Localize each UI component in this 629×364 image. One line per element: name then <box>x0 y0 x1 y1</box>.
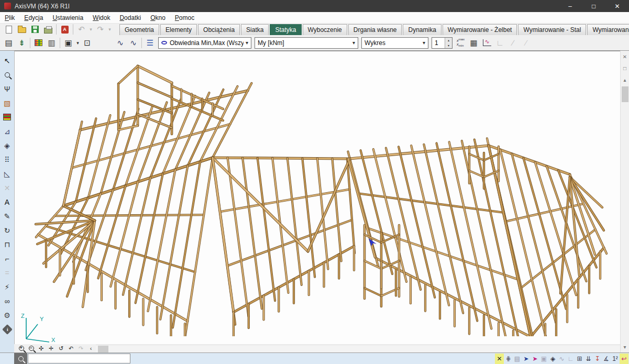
result-diagram-icon[interactable]: ∿ <box>480 37 493 49</box>
collapse-viewbar-icon[interactable]: ‹ <box>86 345 96 352</box>
selection-cursor-icon[interactable]: ↖ <box>1 53 14 68</box>
redo-dropdown-icon[interactable]: ▾ <box>107 23 113 36</box>
info-icon[interactable]: i <box>1 322 14 336</box>
layer-edit-icon[interactable]: ✎ <box>1 209 14 223</box>
tab-statyka[interactable]: Statyka <box>270 24 301 35</box>
new-file-button[interactable] <box>2 23 15 36</box>
menu-item-ustawienia[interactable]: Ustawienia <box>48 13 88 23</box>
workplane-toggle-icon[interactable]: ✕ <box>495 354 504 364</box>
previous-view-icon[interactable]: ↶ <box>66 345 76 352</box>
renumbering-icon[interactable]: ↻ <box>1 223 14 237</box>
zoom-out-icon[interactable]: − <box>26 345 36 352</box>
angle-snap-icon[interactable]: ∡ <box>602 354 611 364</box>
influence-line-icon[interactable]: ∟ <box>493 37 506 49</box>
scroll-up-icon[interactable]: ▴ <box>621 74 629 85</box>
color-coding-icon[interactable] <box>1 110 14 124</box>
tab-drgania-własne[interactable]: Drgania własne <box>348 24 402 35</box>
view-restore-button[interactable]: □ <box>621 62 629 74</box>
pdf-export-button[interactable]: A <box>58 23 71 36</box>
chevron-down-icon[interactable]: ▾ <box>423 40 425 46</box>
rendering-icon[interactable]: ⊡ <box>81 37 94 49</box>
cursor-step-toggle-icon[interactable]: ➤ <box>522 354 531 364</box>
menu-item-pomoc[interactable]: Pomoc <box>170 13 199 23</box>
pan-icon[interactable]: ✛ <box>46 345 56 352</box>
wrench-settings-icon[interactable]: ⚙ <box>1 308 14 322</box>
undo-button[interactable]: ↶ <box>75 23 88 36</box>
vertex-snap-toggle-icon[interactable]: ◈ <box>548 354 557 364</box>
menu-item-edycja[interactable]: Edycja <box>19 13 48 23</box>
color-coded-table-icon[interactable] <box>32 37 45 49</box>
rotate-view-icon[interactable]: ↺ <box>56 345 66 352</box>
table-browser-icon[interactable]: ▧ <box>1 96 14 110</box>
fit-view-icon[interactable]: ✣ <box>36 345 46 352</box>
scroll-down-icon[interactable]: ▾ <box>621 341 629 352</box>
tab-geometria[interactable]: Geometria <box>119 24 159 35</box>
component-combo[interactable]: My [kNm]▾ <box>255 37 358 49</box>
elevation-marker-icon[interactable]: ⇟ <box>15 37 28 49</box>
tab-obciążenia[interactable]: Obciążenia <box>198 24 240 35</box>
animation-icon[interactable]: ▦ <box>467 37 480 49</box>
local-system-toggle-icon[interactable]: ∟ <box>566 354 575 364</box>
close-button[interactable]: ✕ <box>605 0 629 12</box>
model-canvas[interactable]: ZYX <box>14 51 620 344</box>
polyline-toggle-icon[interactable]: ∿ <box>557 354 566 364</box>
perspective-glasses-icon[interactable]: ∞ <box>1 294 14 308</box>
menu-item-widok[interactable]: Widok <box>88 13 115 23</box>
tab-wymiarowanie-żelbet[interactable]: Wymiarowanie - Żelbet <box>443 24 517 35</box>
views-icon[interactable]: Ψ <box>1 82 14 96</box>
coordinate-grid-toggle-icon[interactable]: ⊞ <box>575 354 584 364</box>
print-button[interactable] <box>41 23 54 36</box>
linear-results-alt-icon[interactable]: ∿ <box>127 37 140 49</box>
geometric-transform-icon[interactable]: ⊿ <box>1 124 14 138</box>
cursor-snap-toggle-icon[interactable]: ➤ <box>531 354 539 364</box>
scale-spinner-value[interactable]: 1 <box>432 38 445 48</box>
display-options-dropdown-icon[interactable]: ▾ <box>75 37 81 49</box>
support-display-icon[interactable]: ↧ <box>593 354 602 364</box>
scale-spinner[interactable]: 1▴▾ <box>432 37 453 49</box>
horizontal-scrollbar-thumb[interactable] <box>98 346 108 352</box>
chevron-down-icon[interactable]: ▾ <box>352 40 355 46</box>
guidelines-icon[interactable]: = <box>1 266 14 280</box>
menu-item-okno[interactable]: Okno <box>146 13 170 23</box>
dimensioning-icon[interactable]: ◺ <box>1 167 14 181</box>
redo-button[interactable]: ↷ <box>94 23 107 36</box>
min-max-values-icon[interactable]: xmaxxmin <box>454 37 467 49</box>
background-layer-toggle-icon[interactable]: ▣ <box>539 354 548 364</box>
menu-item-plik[interactable]: Plik <box>0 13 19 23</box>
maximize-button[interactable]: □ <box>582 0 605 12</box>
print-layers-icon[interactable]: ▤ <box>2 37 15 49</box>
menu-item-dodatki[interactable]: Dodatki <box>115 13 146 23</box>
section-step-icon[interactable]: ⌐ <box>1 251 14 266</box>
report-maker-icon[interactable]: ▥ <box>45 37 58 49</box>
tab-wymiarowanie-stal[interactable]: Wymiarowanie - Stal <box>518 24 586 35</box>
tab-wyboczenie[interactable]: Wyboczenie <box>303 24 347 35</box>
mesh-icon[interactable]: ⠿ <box>1 152 14 167</box>
search-input[interactable] <box>28 354 130 363</box>
tab-siatka[interactable]: Siatka <box>241 24 269 35</box>
flashlight-icon[interactable]: ⚡ <box>1 280 14 294</box>
tab-wymiarowanie-drewno[interactable]: Wymiarowanie - Drewno <box>587 24 629 35</box>
table-toggle-icon[interactable]: ▤ <box>513 354 522 364</box>
delete-icon[interactable]: ✕ <box>1 181 14 195</box>
next-view-icon[interactable]: ↷ <box>76 345 86 352</box>
vertical-scrollbar-thumb[interactable] <box>622 86 628 102</box>
display-mode-combo[interactable]: Wykres▾ <box>361 37 428 49</box>
spinner-down-icon[interactable]: ▾ <box>445 43 452 48</box>
spinner-up-icon[interactable]: ▴ <box>445 38 452 43</box>
auto-rotate-toggle-icon[interactable]: ↩ <box>620 354 628 364</box>
result-component-list-icon[interactable]: ☰ <box>144 37 157 49</box>
constraint-grid-toggle-icon[interactable]: ⋕ <box>504 354 513 364</box>
load-case-combo[interactable]: Obwiednia Min,Max (Wszystki▾ <box>158 37 251 49</box>
tab-dynamika[interactable]: Dynamika <box>403 24 441 35</box>
display-options-icon[interactable]: ▣ <box>62 37 75 49</box>
structure-frame-icon[interactable]: ⊓ <box>1 237 14 251</box>
section-segment-icon[interactable]: ∕ <box>506 37 520 49</box>
exponent-format-icon[interactable]: 1² <box>611 354 620 364</box>
zoom-in-icon[interactable]: + <box>16 345 26 352</box>
view-close-button[interactable]: ✕ <box>621 51 629 62</box>
chevron-down-icon[interactable]: ▾ <box>246 40 248 46</box>
tab-elementy[interactable]: Elementy <box>160 24 197 35</box>
save-button[interactable] <box>28 23 41 36</box>
minimize-button[interactable]: – <box>558 0 582 12</box>
node-check-icon[interactable]: ◈ <box>1 138 14 152</box>
